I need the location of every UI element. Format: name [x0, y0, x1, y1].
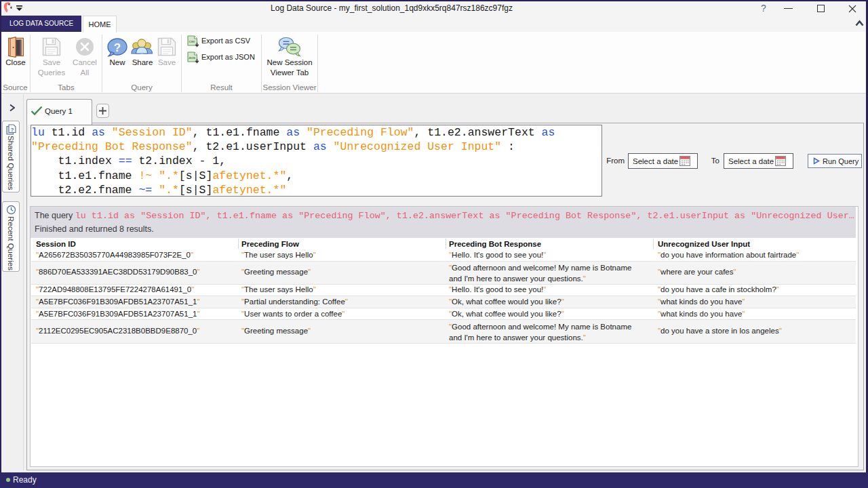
- svg-text:JSON: JSON: [189, 57, 195, 60]
- svg-text:?: ?: [11, 127, 14, 133]
- svg-text:?: ?: [114, 41, 121, 54]
- svg-text:CSV: CSV: [189, 40, 195, 43]
